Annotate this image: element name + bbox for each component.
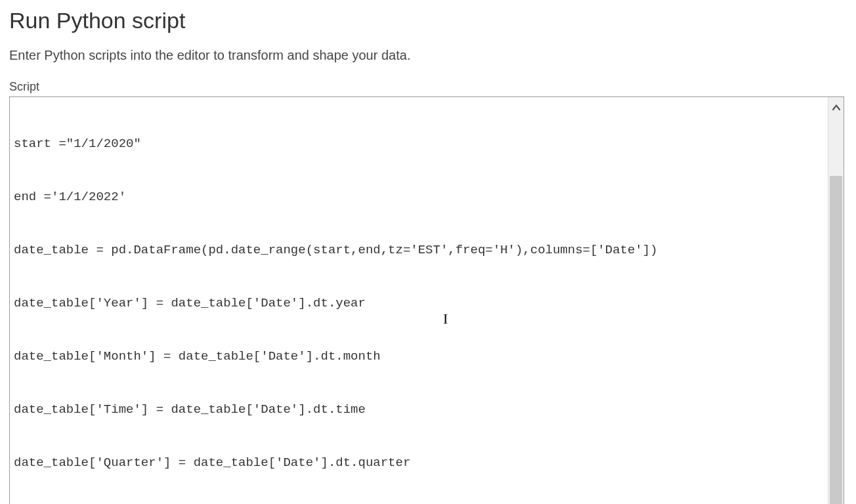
code-line: start ="1/1/2020" <box>14 135 824 153</box>
scrollbar[interactable] <box>828 97 844 504</box>
run-python-script-dialog: Run Python script Enter Python scripts i… <box>0 0 856 504</box>
text-cursor-icon: I <box>443 310 448 327</box>
code-line: date_table['Month'] = date_table['Date']… <box>14 348 824 366</box>
scroll-up-icon[interactable] <box>828 97 844 119</box>
code-line: end ='1/1/2022' <box>14 188 824 206</box>
dialog-description: Enter Python scripts into the editor to … <box>9 48 847 63</box>
code-line: date_table['Quarter'] = date_table['Date… <box>14 454 824 472</box>
script-editor[interactable]: start ="1/1/2020" end ='1/1/2022' date_t… <box>9 96 844 504</box>
script-textarea[interactable]: start ="1/1/2020" end ='1/1/2022' date_t… <box>10 97 828 504</box>
code-line: date_table = pd.DataFrame(pd.date_range(… <box>14 242 824 259</box>
dialog-title: Run Python script <box>9 8 847 33</box>
script-label: Script <box>9 80 847 94</box>
scroll-thumb[interactable] <box>830 176 842 504</box>
code-line: date_table['Year'] = date_table['Date'].… <box>14 295 824 312</box>
code-line: date_table['Time'] = date_table['Date'].… <box>14 401 824 419</box>
